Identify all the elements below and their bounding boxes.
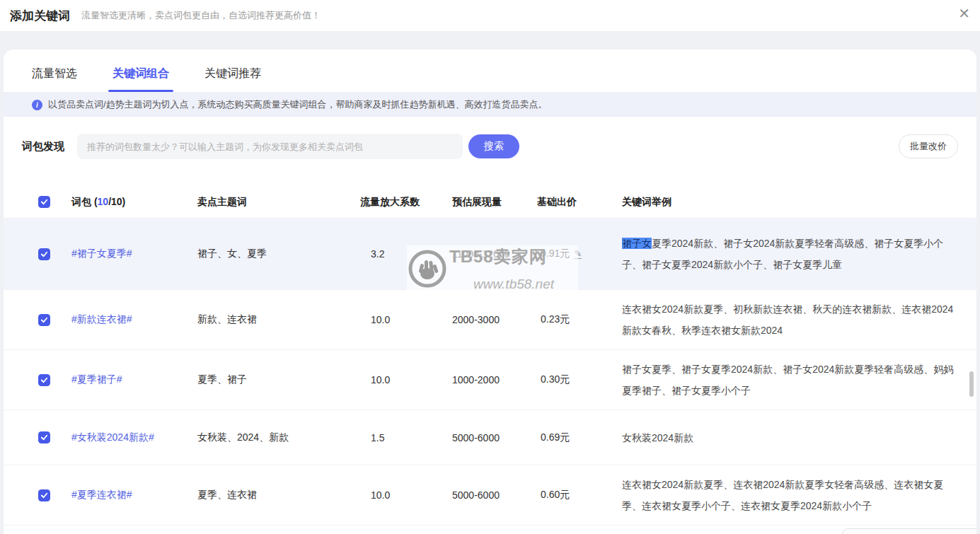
page-subtitle: 流量智选更清晰，卖点词包更自由，自选词推荐更高价值！ <box>81 9 321 22</box>
column-base-bid: 基础出价 <box>537 196 622 209</box>
column-word-pack: 词包 (10/10) <box>71 196 197 209</box>
word-pack-name-cell: #裙子女夏季# <box>71 248 197 260</box>
column-traffic-factor: 流量放大系数 <box>360 196 442 209</box>
base-bid: 0.69元 <box>541 431 570 443</box>
keyword-examples-text: 裙子女夏季、裙子女夏季2024新款、裙子女2024新款夏季轻奢高级感、妈妈夏季裙… <box>622 364 953 396</box>
scrollbar-thumb[interactable] <box>969 371 974 397</box>
base-bid: 0.23元 <box>541 313 570 325</box>
keyword-examples-text: 夏季2024新款、裙子女2024新款夏季轻奢高级感、裙子女夏季小个子、裙子女夏季… <box>622 238 943 270</box>
word-pack-name[interactable]: #夏季连衣裙# <box>71 489 132 500</box>
word-pack-discovery: 词包发现 搜索 批量改价 <box>22 134 958 159</box>
check-icon <box>40 316 48 324</box>
keyword-examples: 裙子女夏季、裙子女夏季2024新款、裙子女2024新款夏季轻奢高级感、妈妈夏季裙… <box>622 359 958 401</box>
word-pack-name-cell: #新款连衣裙# <box>71 313 197 326</box>
info-banner: i 以货品卖点词/趋势主题词为切入点，系统动态购买高质量关键词组合，帮助商家及时… <box>4 93 976 117</box>
page-title: 添加关键词 <box>10 8 70 24</box>
batch-price-button[interactable]: 批量改价 <box>899 134 958 158</box>
traffic-factor: 3.2 <box>360 248 442 260</box>
row-select-cell <box>22 314 71 326</box>
theme-words: 夏季、连衣裙 <box>197 489 360 501</box>
edit-bid-icon[interactable]: ✎ <box>574 249 582 259</box>
column-theme-words: 卖点主题词 <box>197 196 360 209</box>
close-icon[interactable]: ✕ <box>958 6 970 21</box>
info-icon: i <box>32 100 42 110</box>
base-bid-cell: 0.60元 <box>537 489 622 501</box>
keyword-examples-text: 连衣裙女2024新款夏季、初秋新款连衣裙、秋天的连衣裙新款、连衣裙2024新款女… <box>622 303 953 336</box>
tab-bar: 流量智选 关键词组合 关键词推荐 <box>4 50 976 93</box>
table-row[interactable]: #夏季连衣裙# 夏季、连衣裙 10.0 5000-6000 0.60元 连衣裙女… <box>4 465 976 526</box>
base-bid: 0.30元 <box>541 373 570 385</box>
theme-words: 女秋装、2024、新款 <box>197 431 360 444</box>
word-pack-name-cell: #夏季裙子# <box>71 373 197 386</box>
traffic-factor: 10.0 <box>360 374 442 385</box>
tab-keyword-recommend[interactable]: 关键词推荐 <box>204 66 261 92</box>
row-checkbox[interactable] <box>38 248 50 260</box>
check-icon <box>40 376 48 384</box>
base-bid-cell: 0.69元 <box>537 431 622 444</box>
estimated-impressions: 1000-2000 <box>442 374 537 385</box>
keyword-examples-text: 连衣裙女2024新款夏季、连衣裙2024新款夏季女轻奢高级感、连衣裙女夏季、连衣… <box>622 479 943 511</box>
base-bid: 0.60元 <box>541 489 570 500</box>
table-row[interactable]: #女秋装2024新款# 女秋装、2024、新款 1.5 5000-6000 0.… <box>4 410 976 465</box>
traffic-factor: 10.0 <box>360 314 442 325</box>
total-count: /10) <box>108 196 125 207</box>
base-bid-cell: 0.91元✎ <box>537 248 622 260</box>
search-button[interactable]: 搜索 <box>468 134 519 158</box>
column-keyword-examples: 关键词举例 <box>622 196 958 209</box>
keyword-examples: 连衣裙女2024新款夏季、连衣裙2024新款夏季女轻奢高级感、连衣裙女夏季、连衣… <box>622 474 958 516</box>
keyword-examples: 女秋装2024新款 <box>622 427 958 448</box>
word-pack-name[interactable]: #新款连衣裙# <box>71 313 132 325</box>
tab-traffic-smart-pick[interactable]: 流量智选 <box>32 66 77 92</box>
tab-keyword-combination[interactable]: 关键词组合 <box>113 66 169 92</box>
discover-label: 词包发现 <box>22 140 77 153</box>
row-checkbox[interactable] <box>38 431 50 443</box>
keyword-examples: 裙子女夏季2024新款、裙子女2024新款夏季轻奢高级感、裙子女夏季小个子、裙子… <box>622 233 958 275</box>
check-icon <box>40 434 48 441</box>
select-all-cell <box>22 196 71 208</box>
word-pack-name-cell: #女秋装2024新款# <box>71 431 197 444</box>
add-keywords-dialog: 添加关键词 流量智选更清晰，卖点词包更自由，自选词推荐更高价值！ ✕ 流量智选 … <box>0 0 980 534</box>
column-estimated-impressions: 预估展现量 <box>442 196 537 209</box>
word-pack-name-cell: #夏季连衣裙# <box>71 489 197 501</box>
row-select-cell <box>22 431 71 443</box>
row-checkbox[interactable] <box>38 374 50 386</box>
check-icon <box>40 492 48 499</box>
table-row[interactable]: #裙子女夏季# 裙子、女、夏季 3.2 11000-12000 0.91元✎ 裙… <box>4 219 976 290</box>
traffic-factor: 1.5 <box>360 432 442 443</box>
estimated-impressions: 5000-6000 <box>442 489 537 501</box>
keyword-examples-text: 女秋装2024新款 <box>622 432 693 443</box>
row-checkbox[interactable] <box>38 489 50 501</box>
selected-text: 裙子女 <box>622 238 652 249</box>
keyword-examples: 连衣裙女2024新款夏季、初秋新款连衣裙、秋天的连衣裙新款、连衣裙2024新款女… <box>622 298 958 341</box>
selected-count: 10 <box>98 196 109 207</box>
theme-words: 夏季、裙子 <box>197 373 360 386</box>
word-pack-name[interactable]: #女秋装2024新款# <box>71 431 154 443</box>
estimated-impressions: 5000-6000 <box>442 432 537 443</box>
main-panel: 流量智选 关键词组合 关键词推荐 i 以货品卖点词/趋势主题词为切入点，系统动态… <box>4 50 976 534</box>
row-checkbox[interactable] <box>38 314 50 326</box>
dialog-header: 添加关键词 流量智选更清晰，卖点词包更自由，自选词推荐更高价值！ ✕ <box>0 0 980 31</box>
row-select-cell <box>22 374 71 386</box>
banner-text: 以货品卖点词/趋势主题词为切入点，系统动态购买高质量关键词组合，帮助商家及时抓住… <box>48 98 548 111</box>
traffic-factor: 10.0 <box>360 489 442 501</box>
theme-words: 新款、连衣裙 <box>197 313 360 326</box>
estimated-impressions: 2000-3000 <box>442 314 537 325</box>
check-icon <box>40 250 48 258</box>
estimated-impressions: 11000-12000 <box>442 248 537 260</box>
floating-bar-edge <box>842 528 976 534</box>
base-bid: 0.91元 <box>541 248 570 259</box>
base-bid-cell: 0.23元 <box>537 313 622 326</box>
row-select-cell <box>22 248 71 260</box>
row-select-cell <box>22 489 71 501</box>
table-row[interactable]: #夏季裙子# 夏季、裙子 10.0 1000-2000 0.30元 裙子女夏季、… <box>4 350 976 410</box>
theme-word-input[interactable] <box>77 134 463 159</box>
check-icon <box>40 198 48 206</box>
select-all-checkbox[interactable] <box>38 196 50 208</box>
table-body: #裙子女夏季# 裙子、女、夏季 3.2 11000-12000 0.91元✎ 裙… <box>4 219 976 526</box>
word-pack-name[interactable]: #夏季裙子# <box>71 373 122 385</box>
word-pack-name[interactable]: #裙子女夏季# <box>71 248 132 259</box>
base-bid-cell: 0.30元 <box>537 373 622 386</box>
table-header: 词包 (10/10) 卖点主题词 流量放大系数 预估展现量 基础出价 关键词举例 <box>4 186 976 219</box>
theme-words: 裙子、女、夏季 <box>197 248 360 260</box>
table-row[interactable]: #新款连衣裙# 新款、连衣裙 10.0 2000-3000 0.23元 连衣裙女… <box>4 290 976 350</box>
